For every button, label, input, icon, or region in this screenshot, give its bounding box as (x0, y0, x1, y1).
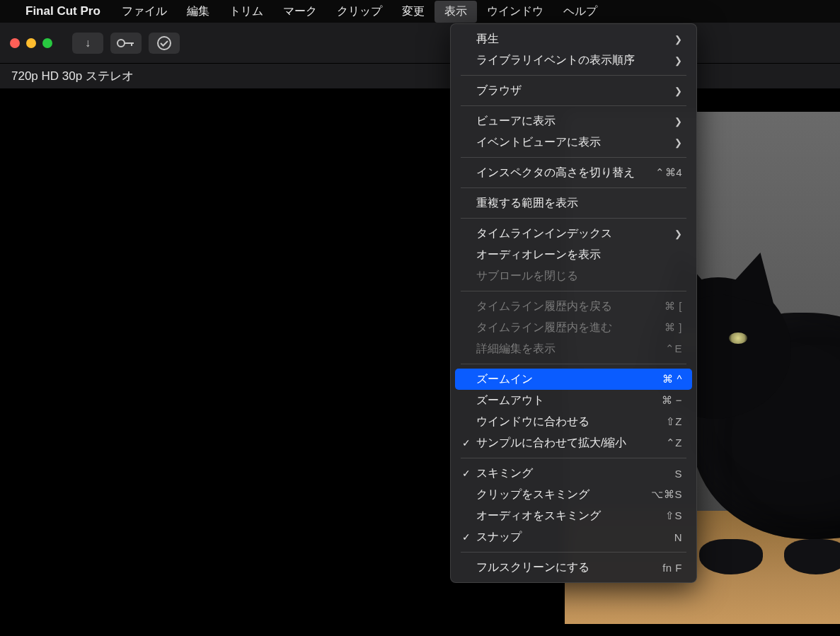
menu-item-label: タイムラインインデックス (476, 226, 674, 241)
menu-item-shortcut: ⌃⌘4 (655, 166, 682, 179)
menu-item-ウインドウに合わせる[interactable]: ウインドウに合わせる⇧Z (455, 411, 692, 432)
menu-item-shortcut: fn F (662, 562, 682, 574)
chevron-right-icon: ❯ (674, 137, 682, 148)
menu-item-ブラウザ[interactable]: ブラウザ❯ (455, 80, 692, 101)
view-menu-dropdown: 再生❯ライブラリイベントの表示順序❯ブラウザ❯ビューアに表示❯イベントビューアに… (450, 23, 697, 583)
menu-item-label: 再生 (476, 32, 674, 47)
menu-item-shortcut: ⌘ − (662, 394, 682, 407)
menu-separator (461, 157, 686, 158)
menu-item-タイムライン履歴内を戻る: タイムライン履歴内を戻る⌘ [ (455, 296, 692, 317)
minimize-window-button[interactable] (26, 38, 36, 48)
menu-item-label: ウインドウに合わせる (476, 415, 666, 429)
key-icon (117, 37, 135, 49)
menu-item-ビューアに表示[interactable]: ビューアに表示❯ (455, 110, 692, 132)
menu-item-label: ブラウザ (476, 83, 674, 98)
menu-item-label: ライブラリイベントの表示順序 (476, 53, 674, 68)
menu-item-shortcut: ⌃E (665, 342, 682, 355)
toolbar: ↓ (0, 23, 840, 64)
project-format-text: 720p HD 30p ステレオ (11, 68, 134, 84)
menu-item-label: ビューアに表示 (476, 114, 674, 129)
menu-表示[interactable]: 表示 (435, 1, 477, 23)
menu-item-label: ズームアウト (476, 393, 662, 408)
menu-separator (461, 218, 686, 219)
project-info-strip: 720p HD 30p ステレオ (0, 64, 840, 89)
menu-item-ズームアウト[interactable]: ズームアウト⌘ − (455, 390, 692, 411)
menu-item-label: オーディオをスキミング (476, 509, 665, 524)
chevron-right-icon: ❯ (674, 86, 682, 96)
menu-item-shortcut: ⌘ [ (664, 300, 682, 313)
menu-トリム[interactable]: トリム (219, 1, 273, 23)
menu-item-label: スキミング (476, 466, 674, 481)
menu-item-label: 詳細編集を表示 (476, 342, 665, 357)
menu-item-label: クリップをスキミング (476, 487, 651, 502)
menu-item-shortcut: ⌘ ] (664, 321, 682, 334)
menu-separator (461, 75, 686, 76)
download-arrow-icon: ↓ (85, 37, 91, 50)
menu-ウインドウ[interactable]: ウインドウ (477, 1, 553, 23)
menu-編集[interactable]: 編集 (177, 1, 219, 23)
fullscreen-window-button[interactable] (42, 38, 52, 48)
menu-item-ズームイン[interactable]: ズームイン⌘ ^ (455, 369, 692, 390)
menu-item-スナップ[interactable]: ✓スナップN (455, 526, 692, 548)
menu-item-shortcut: ⇧Z (666, 415, 682, 428)
menu-マーク[interactable]: マーク (273, 1, 327, 23)
menu-item-サブロールを閉じる: サブロールを閉じる (455, 265, 692, 287)
background-tasks-button[interactable] (149, 33, 180, 54)
menu-item-label: 重複する範囲を表示 (476, 196, 682, 211)
close-window-button[interactable] (10, 38, 20, 48)
app-name: Final Cut Pro (23, 4, 112, 18)
menu-item-label: フルスクリーンにする (476, 560, 662, 575)
menu-item-label: ズームイン (476, 372, 662, 387)
svg-point-3 (158, 37, 171, 50)
menu-item-イベントビューアに表示[interactable]: イベントビューアに表示❯ (455, 132, 692, 153)
menu-item-インスペクタの高さを切り替え[interactable]: インスペクタの高さを切り替え⌃⌘4 (455, 162, 692, 183)
menu-item-label: オーディオレーンを表示 (476, 248, 682, 262)
menu-item-オーディオをスキミング[interactable]: オーディオをスキミング⇧S (455, 505, 692, 526)
menu-item-label: スナップ (476, 530, 674, 545)
menu-クリップ[interactable]: クリップ (327, 1, 392, 23)
menu-item-タイムラインインデックス[interactable]: タイムラインインデックス❯ (455, 223, 692, 244)
menu-item-フルスクリーンにする[interactable]: フルスクリーンにするfn F (455, 557, 692, 578)
menu-item-label: タイムライン履歴内を戻る (476, 299, 664, 314)
menu-item-label: タイムライン履歴内を進む (476, 320, 664, 335)
menu-item-shortcut: ⌥⌘S (651, 488, 682, 501)
checkmark-icon: ✓ (462, 437, 471, 449)
menu-変更[interactable]: 変更 (392, 1, 435, 23)
check-circle-icon (156, 35, 172, 51)
menu-item-shortcut: N (674, 531, 682, 543)
menu-ヘルプ[interactable]: ヘルプ (553, 1, 607, 23)
chevron-right-icon: ❯ (674, 55, 682, 66)
svg-point-0 (117, 40, 125, 47)
menu-ファイル[interactable]: ファイル (112, 1, 177, 23)
menu-item-ライブラリイベントの表示順序[interactable]: ライブラリイベントの表示順序❯ (455, 50, 692, 71)
chevron-right-icon: ❯ (674, 229, 682, 239)
checkmark-icon: ✓ (462, 531, 471, 543)
chevron-right-icon: ❯ (674, 116, 682, 127)
menu-separator (461, 364, 686, 364)
menu-item-shortcut: ⌃Z (666, 436, 682, 449)
menu-item-label: サンプルに合わせて拡大/縮小 (476, 436, 666, 451)
menu-separator (461, 105, 686, 106)
menu-separator (461, 458, 686, 458)
menu-item-詳細編集を表示: 詳細編集を表示⌃E (455, 338, 692, 359)
menu-item-label: サブロールを閉じる (476, 269, 682, 284)
menu-item-shortcut: ⌘ ^ (662, 373, 682, 386)
menu-item-オーディオレーンを表示[interactable]: オーディオレーンを表示 (455, 244, 692, 265)
menu-item-スキミング[interactable]: ✓スキミングS (455, 463, 692, 484)
checkmark-icon: ✓ (462, 468, 471, 479)
menu-item-shortcut: ⇧S (665, 509, 682, 522)
menu-separator (461, 187, 686, 188)
menu-item-shortcut: S (674, 468, 682, 480)
menu-item-クリップをスキミング[interactable]: クリップをスキミング⌥⌘S (455, 484, 692, 505)
menu-separator (461, 552, 686, 553)
import-button[interactable]: ↓ (72, 33, 103, 54)
menu-separator (461, 291, 686, 291)
menu-item-重複する範囲を表示[interactable]: 重複する範囲を表示 (455, 192, 692, 214)
chevron-right-icon: ❯ (674, 34, 682, 45)
svg-rect-2 (131, 42, 132, 46)
menu-item-label: イベントビューアに表示 (476, 135, 674, 150)
menu-item-再生[interactable]: 再生❯ (455, 28, 692, 50)
menu-item-label: インスペクタの高さを切り替え (476, 166, 655, 180)
menu-item-サンプルに合わせて拡大/縮小[interactable]: ✓サンプルに合わせて拡大/縮小⌃Z (455, 432, 692, 453)
keyword-tool-button[interactable] (110, 33, 142, 54)
